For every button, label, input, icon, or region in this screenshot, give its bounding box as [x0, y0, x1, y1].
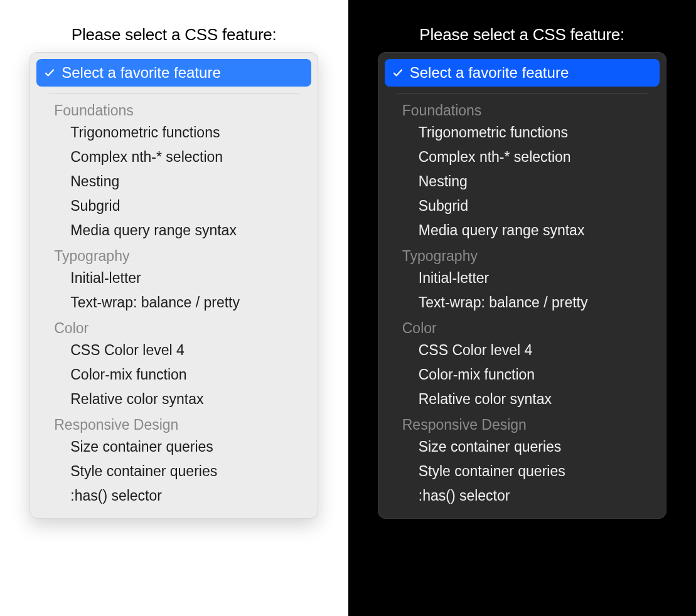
option-style-container-queries[interactable]: Style container queries — [385, 459, 660, 484]
option-trigonometric-functions[interactable]: Trigonometric functions — [385, 120, 660, 145]
prompt-label: Please select a CSS feature: — [419, 25, 624, 45]
option-initial-letter[interactable]: Initial-letter — [385, 266, 660, 290]
check-icon — [392, 67, 404, 78]
selected-option-label: Select a favorite feature — [62, 64, 220, 82]
divider — [397, 93, 647, 93]
group-label-foundations: Foundations — [385, 97, 660, 120]
option-relative-color[interactable]: Relative color syntax — [385, 387, 660, 412]
option-subgrid[interactable]: Subgrid — [36, 194, 311, 218]
option-has-selector[interactable]: :has() selector — [36, 484, 311, 508]
option-size-container-queries[interactable]: Size container queries — [36, 435, 311, 459]
option-size-container-queries[interactable]: Size container queries — [385, 435, 660, 459]
divider — [49, 93, 299, 93]
option-css-color-4[interactable]: CSS Color level 4 — [385, 338, 660, 363]
group-label-color: Color — [36, 315, 311, 338]
option-relative-color[interactable]: Relative color syntax — [36, 387, 311, 412]
option-has-selector[interactable]: :has() selector — [385, 484, 660, 508]
group-label-foundations: Foundations — [36, 97, 311, 120]
dark-theme-pane: Please select a CSS feature: Select a fa… — [348, 0, 697, 616]
option-nesting[interactable]: Nesting — [385, 169, 660, 194]
option-complex-nth-selection[interactable]: Complex nth-* selection — [36, 145, 311, 169]
group-label-responsive-design: Responsive Design — [385, 412, 660, 435]
option-trigonometric-functions[interactable]: Trigonometric functions — [36, 120, 311, 145]
option-media-query-range[interactable]: Media query range syntax — [385, 218, 660, 243]
option-media-query-range[interactable]: Media query range syntax — [36, 218, 311, 243]
group-label-color: Color — [385, 315, 660, 338]
option-text-wrap-balance[interactable]: Text-wrap: balance / pretty — [385, 290, 660, 315]
option-color-mix[interactable]: Color-mix function — [385, 363, 660, 387]
selected-option[interactable]: Select a favorite feature — [36, 59, 311, 87]
prompt-label: Please select a CSS feature: — [72, 25, 277, 45]
group-label-responsive-design: Responsive Design — [36, 412, 311, 435]
check-icon — [44, 67, 55, 78]
option-subgrid[interactable]: Subgrid — [385, 194, 660, 218]
option-complex-nth-selection[interactable]: Complex nth-* selection — [385, 145, 660, 169]
dropdown-listbox[interactable]: Select a favorite feature Foundations Tr… — [29, 52, 318, 519]
dropdown-listbox[interactable]: Select a favorite feature Foundations Tr… — [378, 52, 667, 519]
group-label-typography: Typography — [36, 243, 311, 266]
option-css-color-4[interactable]: CSS Color level 4 — [36, 338, 311, 363]
group-label-typography: Typography — [385, 243, 660, 266]
light-theme-pane: Please select a CSS feature: Select a fa… — [0, 0, 348, 616]
option-initial-letter[interactable]: Initial-letter — [36, 266, 311, 290]
option-text-wrap-balance[interactable]: Text-wrap: balance / pretty — [36, 290, 311, 315]
selected-option-label: Select a favorite feature — [410, 64, 569, 82]
option-style-container-queries[interactable]: Style container queries — [36, 459, 311, 484]
option-color-mix[interactable]: Color-mix function — [36, 363, 311, 387]
selected-option[interactable]: Select a favorite feature — [385, 59, 660, 87]
option-nesting[interactable]: Nesting — [36, 169, 311, 194]
